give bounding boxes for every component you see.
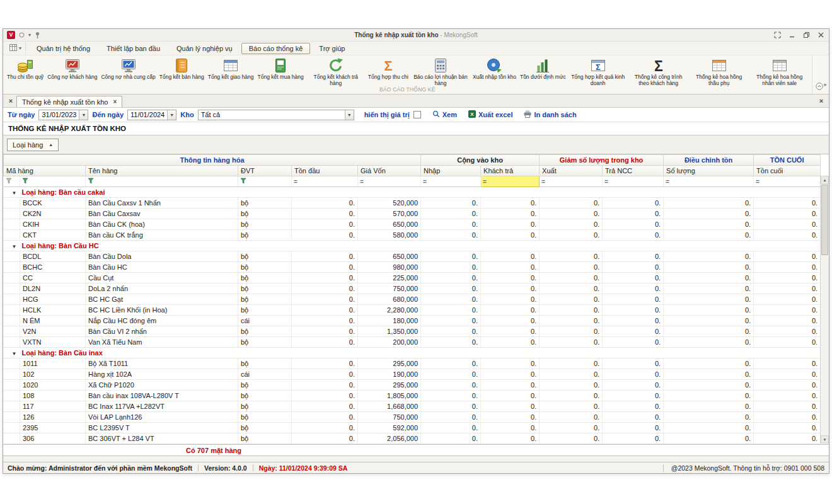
ribbon-scroll-right-icon[interactable]: ▸ <box>824 81 829 88</box>
view-button[interactable]: Xem <box>432 110 457 119</box>
filter-cell[interactable]: = <box>358 176 421 187</box>
ribbon-button-4[interactable]: Tổng kết bán hàng <box>158 57 206 86</box>
group-row[interactable]: ▼Loại hàng: Bàn Cầu inax <box>4 348 821 358</box>
column-header[interactable]: ĐVT <box>238 166 292 176</box>
ribbon-button-15[interactable]: Thống kê hoa hồng nhân viên sale <box>749 57 810 86</box>
to-date-dropdown-icon[interactable]: ▼ <box>167 110 176 120</box>
ribbon-button-11[interactable]: Tồn dưới định mức <box>518 57 568 86</box>
warehouse-select[interactable]: Tất cả ▼ <box>198 110 354 120</box>
collapse-arrow-icon[interactable]: ▼ <box>12 244 17 249</box>
table-row[interactable]: N ÊMNắp Cầu HC đóng êmcái0.180,0000.0.0.… <box>4 316 821 326</box>
tab-close-icon[interactable]: × <box>113 98 117 105</box>
menu-tab-1[interactable]: Quản trị hệ thống <box>29 43 98 54</box>
table-row[interactable]: CCCầu Cụtbộ0.225,0000.0.0.0.0.0. <box>4 273 821 284</box>
ribbon-button-8[interactable]: ΣTổng hợp thu chi <box>366 57 410 86</box>
table-row[interactable]: BCCKBàn Cầu Caxsv 1 Nhấnbộ0.520,0000.0.0… <box>4 198 821 209</box>
table-row[interactable]: 1011Bộ Xã T1011bộ0.295,0000.0.0.0.0.0. <box>4 358 821 369</box>
collapse-arrow-icon[interactable]: ▼ <box>12 351 17 357</box>
restore-icon[interactable] <box>802 32 811 39</box>
column-header[interactable]: Tên hàng <box>86 166 238 176</box>
table-row[interactable]: CKIHBàn Cầu CK (hoa)bộ0.650,0000.0.0.0.0… <box>4 219 821 230</box>
show-values-checkbox[interactable] <box>413 111 421 118</box>
table-row[interactable]: HCGBC HC Gạtbộ0.680,0000.0.0.0.0.0. <box>4 294 821 305</box>
table-row[interactable]: HCLKBC HC Liền Khối (in Hoa)bộ0.2,280,00… <box>4 305 821 316</box>
filter-cell[interactable]: = <box>603 176 664 187</box>
menu-tab-3[interactable]: Quản lý nghiệp vụ <box>169 43 240 54</box>
document-tab[interactable]: Thống kê nhập xuất tồn kho × <box>16 96 122 107</box>
quick-access-dropdown-icon[interactable]: ▾ <box>28 32 31 38</box>
from-date-input[interactable]: 31/01/2023 ▼ <box>38 110 88 120</box>
pin-icon[interactable] <box>35 32 40 38</box>
scroll-up-icon[interactable]: ▲ <box>821 176 829 184</box>
filter-cell[interactable] <box>20 176 86 187</box>
ribbon-button-9[interactable]: Báo cáo lợi nhuận bán hàng <box>410 57 471 86</box>
column-header[interactable]: Nhập <box>421 166 481 176</box>
table-row[interactable]: 117BC Inax 117VA +L282VTbộ0.1,668,0000.0… <box>4 401 821 412</box>
scroll-thumb[interactable] <box>821 185 828 255</box>
scroll-track[interactable] <box>821 184 829 435</box>
ribbon-button-14[interactable]: Thống kê hoa hồng thầu phụ <box>689 57 749 86</box>
collapse-arrow-icon[interactable]: ▼ <box>12 190 17 196</box>
filter-cell[interactable]: = <box>754 176 821 187</box>
table-row[interactable]: 1020Xã Chữ P1020bộ0.295,0000.0.0.0.0.0. <box>4 380 821 391</box>
vertical-scrollbar[interactable]: ▲ ▼ <box>820 176 829 444</box>
ribbon-button-1[interactable]: Thu chi tồn quỹ <box>5 57 45 86</box>
table-row[interactable]: 108Bàn cầu inax 108VA-L280V Tbộ0.1,805,0… <box>4 391 821 401</box>
column-header[interactable]: Giá Vốn <box>358 166 421 176</box>
filter-cell[interactable]: = <box>481 176 540 187</box>
column-header[interactable]: Xuất <box>540 166 603 176</box>
table-row[interactable]: CK2NBàn Cầu Caxsavbộ0.570,0000.0.0.0.0.0… <box>4 209 821 219</box>
column-header[interactable]: Tồn cuối <box>754 166 821 176</box>
to-date-input[interactable]: 11/01/2024 ▼ <box>127 110 176 120</box>
filter-cell[interactable] <box>86 176 238 187</box>
column-header[interactable]: Số lượng <box>664 166 754 176</box>
column-header[interactable]: Khách trả <box>481 166 540 176</box>
menu-tab-4[interactable]: Báo cáo thống kê <box>241 43 311 54</box>
column-header[interactable]: Tồn đầu <box>292 166 358 176</box>
filter-cell[interactable] <box>238 176 292 187</box>
tab-close-right-button[interactable]: × <box>816 94 827 107</box>
layout-switcher-button[interactable]: ▾ <box>6 42 26 55</box>
column-header[interactable]: Mã hàng <box>4 166 86 176</box>
table-row[interactable]: 126Vòi LAP Lạnh126bộ0.750,0000.0.0.0.0.0… <box>4 412 821 423</box>
ribbon-collapse-button[interactable] <box>816 83 823 91</box>
group-row[interactable]: ▼Loại hàng: Bàn cầu cakai <box>4 187 821 198</box>
ribbon-button-7[interactable]: Tổng kết khách trả hàng <box>306 57 366 86</box>
column-header[interactable]: Trả NCC <box>603 166 664 176</box>
filter-cell[interactable]: = <box>664 176 754 187</box>
minimize-icon[interactable] <box>788 32 796 39</box>
ribbon-button-6[interactable]: Tổng kết mua hàng <box>256 57 306 86</box>
filter-cell[interactable]: = <box>292 176 358 187</box>
ribbon-button-2[interactable]: Công nợ khách hàng <box>45 57 99 86</box>
close-icon[interactable] <box>817 32 825 39</box>
table-row[interactable]: DL2NDoLa 2 nhấnbộ0.750,0000.0.0.0.0.0. <box>4 284 821 294</box>
warehouse-dropdown-icon[interactable]: ▼ <box>345 110 354 120</box>
group-row[interactable]: ▼Loại hàng: Bàn Cầu HC <box>4 241 821 251</box>
ribbon-button-12[interactable]: ΣTổng hợp kết quả kinh doanh <box>568 57 628 86</box>
ribbon-button-3[interactable]: Công nợ nhà cung cấp <box>99 57 157 86</box>
menu-tab-2[interactable]: Thiết lập ban đầu <box>99 43 168 54</box>
filter-row-indicator[interactable] <box>4 176 20 187</box>
table-row[interactable]: BCDLBàn Cầu Dolabộ0.650,0000.0.0.0.0.0. <box>4 251 821 262</box>
ribbon-button-10[interactable]: Xuất nhập tồn kho <box>471 57 518 86</box>
table-row[interactable]: VXTNVan Xã Tiểu Nambộ0.200,0000.0.0.0.0.… <box>4 337 821 348</box>
record-circle-icon[interactable] <box>19 32 25 38</box>
filter-cell[interactable]: = <box>421 176 481 187</box>
print-button[interactable]: In danh sách <box>524 110 576 119</box>
group-by-chip[interactable]: Loại hàng ▲ <box>7 139 59 151</box>
table-row[interactable]: CKTBàn cầu CK trắngbộ0.580,0000.0.0.0.0.… <box>4 230 821 241</box>
export-excel-button[interactable]: X Xuất excel <box>468 110 512 119</box>
menu-tab-5[interactable]: Trợ giúp <box>311 43 352 54</box>
table-row[interactable]: 102Hàng xịt 102Acái0.190,0000.0.0.0.0.0. <box>4 369 821 380</box>
filter-cell[interactable]: = <box>540 176 603 187</box>
fullscreen-icon[interactable] <box>773 32 782 39</box>
ribbon-button-5[interactable]: Tổng kết giao hàng <box>206 57 256 86</box>
table-row[interactable]: 306BC 306VT + L284 VTbộ0.2,056,0000.0.0.… <box>4 433 821 444</box>
table-row[interactable]: BCHCBàn Cầu HCbộ0.980,0000.0.0.0.0.0. <box>4 262 821 273</box>
scroll-down-icon[interactable]: ▼ <box>821 435 829 444</box>
table-row[interactable]: V2NBàn Cầu VI 2 nhấnbộ0.1,350,0000.0.0.0… <box>4 326 821 337</box>
tab-close-left-button[interactable]: × <box>5 94 16 107</box>
table-row[interactable]: 2395BC L2395V Tbộ0.592,0000.0.0.0.0.0. <box>4 423 821 433</box>
ribbon-button-13[interactable]: ΣThống kê công trình theo khách hàng <box>628 57 689 86</box>
from-date-dropdown-icon[interactable]: ▼ <box>79 110 88 120</box>
